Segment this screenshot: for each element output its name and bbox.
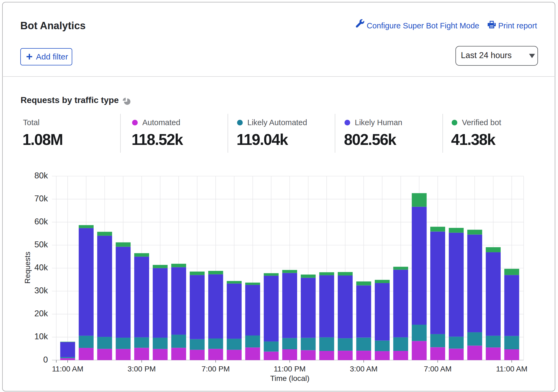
svg-text:11:00 AM: 11:00 AM: [52, 365, 83, 373]
svg-text:70k: 70k: [34, 194, 48, 203]
svg-text:0: 0: [43, 355, 48, 364]
svg-text:Time (local): Time (local): [270, 374, 309, 383]
svg-text:3:00 AM: 3:00 AM: [350, 365, 378, 373]
svg-text:40k: 40k: [34, 263, 48, 272]
svg-text:11:00 AM: 11:00 AM: [496, 365, 527, 373]
svg-text:30k: 30k: [34, 286, 48, 295]
svg-text:10k: 10k: [34, 332, 48, 341]
svg-text:50k: 50k: [34, 240, 48, 249]
svg-text:60k: 60k: [34, 217, 48, 226]
svg-text:11:00 PM: 11:00 PM: [274, 365, 306, 373]
svg-text:Requests: Requests: [23, 252, 32, 284]
svg-text:80k: 80k: [34, 171, 48, 180]
svg-text:7:00 PM: 7:00 PM: [202, 365, 230, 373]
svg-text:20k: 20k: [34, 309, 48, 318]
svg-text:7:00 AM: 7:00 AM: [424, 365, 452, 373]
svg-text:3:00 PM: 3:00 PM: [127, 365, 156, 373]
